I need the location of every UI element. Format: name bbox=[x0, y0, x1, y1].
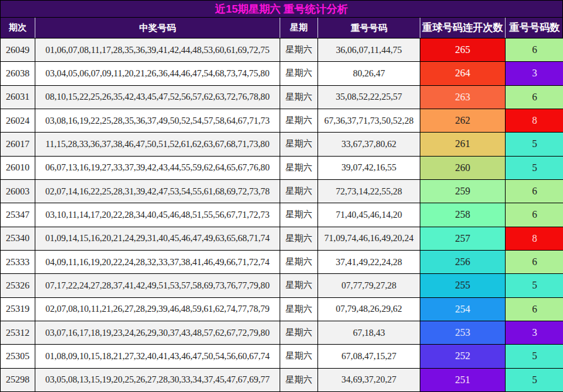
cell-period: 26003 bbox=[1, 180, 35, 203]
cell-period: 25312 bbox=[1, 321, 35, 344]
cell-period: 26031 bbox=[1, 86, 35, 109]
cell-repeat-numbers: 36,06,07,11,44,75 bbox=[318, 39, 420, 61]
cell-winning-numbers: 03,10,11,14,17,20,22,28,34,40,45,46,48,5… bbox=[35, 203, 280, 226]
cell-weekday: 星期六 bbox=[280, 227, 318, 250]
page-title: 近15期星期六 重号统计分析 bbox=[1, 1, 562, 18]
cell-weekday: 星期六 bbox=[280, 251, 318, 273]
table-row: 26010 06,07,13,16,19,27,33,37,39,42,43,4… bbox=[1, 157, 562, 180]
table-row: 26031 08,10,15,22,25,26,35,42,43,45,47,5… bbox=[1, 86, 562, 109]
cell-repeat-count: 5 bbox=[506, 369, 563, 391]
table-row: 25347 03,10,11,14,17,20,22,28,34,40,45,4… bbox=[1, 203, 562, 227]
table-row: 26003 02,07,14,16,22,25,28,31,39,42,47,5… bbox=[1, 180, 562, 203]
table-row: 25333 04,09,11,16,19,20,22,24,28,32,33,3… bbox=[1, 251, 562, 274]
table-row: 25312 03,07,16,17,18,19,23,24,26,29,30,3… bbox=[1, 321, 562, 345]
cell-winning-numbers: 08,10,15,22,25,26,35,42,43,45,47,52,56,5… bbox=[35, 86, 280, 109]
cell-period: 25326 bbox=[1, 274, 35, 297]
cell-weekday: 星期六 bbox=[280, 369, 318, 391]
cell-repeat-count: 6 bbox=[506, 251, 563, 273]
cell-streak-count: 262 bbox=[420, 109, 506, 132]
table-row: 25319 02,07,08,10,11,21,26,27,28,29,39,4… bbox=[1, 298, 562, 321]
cell-repeat-numbers: 07,79,48,26,29,62 bbox=[318, 298, 420, 321]
cell-repeat-numbers: 67,36,37,71,73,50,52,28 bbox=[318, 109, 420, 132]
cell-weekday: 星期六 bbox=[280, 133, 318, 155]
cell-repeat-count: 5 bbox=[506, 345, 563, 367]
cell-period: 26010 bbox=[1, 157, 35, 179]
cell-winning-numbers: 01,09,14,15,16,20,21,24,29,31,40,45,46,4… bbox=[35, 227, 280, 250]
cell-winning-numbers: 03,08,16,19,22,25,28,35,36,37,49,50,52,5… bbox=[35, 109, 280, 132]
cell-winning-numbers: 04,09,11,16,19,20,22,24,28,32,33,37,38,4… bbox=[35, 251, 280, 273]
cell-weekday: 星期六 bbox=[280, 62, 318, 85]
cell-streak-count: 265 bbox=[420, 39, 506, 61]
table-row: 26017 11,15,28,33,36,37,38,46,47,50,51,5… bbox=[1, 133, 562, 156]
cell-winning-numbers: 11,15,28,33,36,37,38,46,47,50,51,52,61,6… bbox=[35, 133, 280, 155]
table-row: 25340 01,09,14,15,16,20,21,24,29,31,40,4… bbox=[1, 227, 562, 251]
cell-winning-numbers: 01,06,07,08,11,17,28,35,36,39,41,42,44,4… bbox=[35, 39, 280, 61]
cell-repeat-numbers: 71,40,45,46,14,20 bbox=[318, 203, 420, 226]
cell-weekday: 星期六 bbox=[280, 274, 318, 297]
cell-repeat-numbers: 33,67,37,80,62 bbox=[318, 133, 420, 155]
cell-repeat-numbers: 07,77,79,27,28 bbox=[318, 274, 420, 297]
cell-repeat-count: 6 bbox=[506, 39, 563, 61]
cell-repeat-count: 5 bbox=[506, 133, 563, 155]
cell-period: 25333 bbox=[1, 251, 35, 273]
column-header-weekday: 星期 bbox=[280, 18, 318, 38]
table-row: 26024 03,08,16,19,22,25,28,35,36,37,49,5… bbox=[1, 109, 562, 133]
cell-winning-numbers: 03,07,16,17,18,19,23,24,26,29,30,37,43,4… bbox=[35, 321, 280, 344]
cell-winning-numbers: 02,07,14,16,22,25,28,31,39,42,47,53,54,5… bbox=[35, 180, 280, 203]
cell-weekday: 星期六 bbox=[280, 203, 318, 226]
cell-repeat-count: 8 bbox=[506, 109, 563, 132]
cell-repeat-count: 5 bbox=[506, 274, 563, 297]
cell-winning-numbers: 03,05,08,13,15,19,20,25,26,27,28,30,33,3… bbox=[35, 369, 280, 391]
cell-winning-numbers: 07,17,22,24,27,28,37,41,42,49,51,53,57,5… bbox=[35, 274, 280, 297]
table-row: 25298 03,05,08,13,15,19,20,25,26,27,28,3… bbox=[1, 369, 562, 391]
cell-winning-numbers: 06,07,13,16,19,27,33,37,39,42,43,44,55,5… bbox=[35, 157, 280, 179]
cell-weekday: 星期六 bbox=[280, 157, 318, 179]
cell-period: 26024 bbox=[1, 109, 35, 132]
table-body: 26049 01,06,07,08,11,17,28,35,36,39,41,4… bbox=[1, 39, 562, 391]
cell-repeat-numbers: 34,69,37,20,27 bbox=[318, 369, 420, 391]
cell-repeat-numbers: 39,07,42,16,55 bbox=[318, 157, 420, 179]
cell-period: 25347 bbox=[1, 203, 35, 226]
cell-repeat-numbers: 67,08,47,15,27 bbox=[318, 345, 420, 367]
cell-repeat-numbers: 80,26,47 bbox=[318, 62, 420, 85]
cell-weekday: 星期六 bbox=[280, 39, 318, 61]
cell-period: 25305 bbox=[1, 345, 35, 367]
cell-winning-numbers: 01,08,09,10,15,18,21,27,32,40,41,43,46,4… bbox=[35, 345, 280, 367]
cell-repeat-count: 6 bbox=[506, 86, 563, 109]
column-header-repeat-count: 重号号码数 bbox=[506, 18, 563, 38]
cell-repeat-count: 6 bbox=[506, 298, 563, 321]
cell-weekday: 星期六 bbox=[280, 345, 318, 367]
cell-weekday: 星期六 bbox=[280, 298, 318, 321]
cell-streak-count: 252 bbox=[420, 345, 506, 367]
cell-streak-count: 260 bbox=[420, 157, 506, 179]
cell-repeat-count: 6 bbox=[506, 180, 563, 203]
cell-streak-count: 257 bbox=[420, 227, 506, 250]
lottery-repeat-stats-page: 近15期星期六 重号统计分析 期次 中奖号码 星期 重号号码 重球号码连开次数 … bbox=[0, 0, 563, 392]
cell-period: 26038 bbox=[1, 62, 35, 85]
cell-streak-count: 258 bbox=[420, 203, 506, 226]
table-header: 期次 中奖号码 星期 重号号码 重球号码连开次数 重号号码数 bbox=[1, 18, 562, 39]
table-row: 25326 07,17,22,24,27,28,37,41,42,49,51,5… bbox=[1, 274, 562, 297]
cell-repeat-numbers: 71,09,74,46,16,49,20,24 bbox=[318, 227, 420, 250]
column-header-repeat-numbers: 重号号码 bbox=[318, 18, 420, 38]
cell-repeat-numbers: 37,41,49,22,24,28 bbox=[318, 251, 420, 273]
column-header-period: 期次 bbox=[1, 18, 35, 38]
cell-streak-count: 255 bbox=[420, 274, 506, 297]
cell-repeat-count: 3 bbox=[506, 62, 563, 85]
cell-repeat-numbers: 67,18,43 bbox=[318, 321, 420, 344]
cell-repeat-count: 5 bbox=[506, 157, 563, 179]
cell-streak-count: 254 bbox=[420, 298, 506, 321]
cell-streak-count: 259 bbox=[420, 180, 506, 203]
table-row: 26049 01,06,07,08,11,17,28,35,36,39,41,4… bbox=[1, 39, 562, 62]
cell-streak-count: 261 bbox=[420, 133, 506, 155]
cell-period: 25319 bbox=[1, 298, 35, 321]
table-row: 25305 01,08,09,10,15,18,21,27,32,40,41,4… bbox=[1, 345, 562, 368]
cell-streak-count: 253 bbox=[420, 321, 506, 344]
cell-winning-numbers: 02,07,08,10,11,21,26,27,28,29,39,46,48,5… bbox=[35, 298, 280, 321]
cell-repeat-numbers: 35,08,52,22,25,57 bbox=[318, 86, 420, 109]
cell-streak-count: 263 bbox=[420, 86, 506, 109]
table-row: 26038 03,04,05,06,07,09,11,20,21,26,36,4… bbox=[1, 62, 562, 85]
cell-streak-count: 264 bbox=[420, 62, 506, 85]
cell-period: 25340 bbox=[1, 227, 35, 250]
cell-period: 26049 bbox=[1, 39, 35, 61]
